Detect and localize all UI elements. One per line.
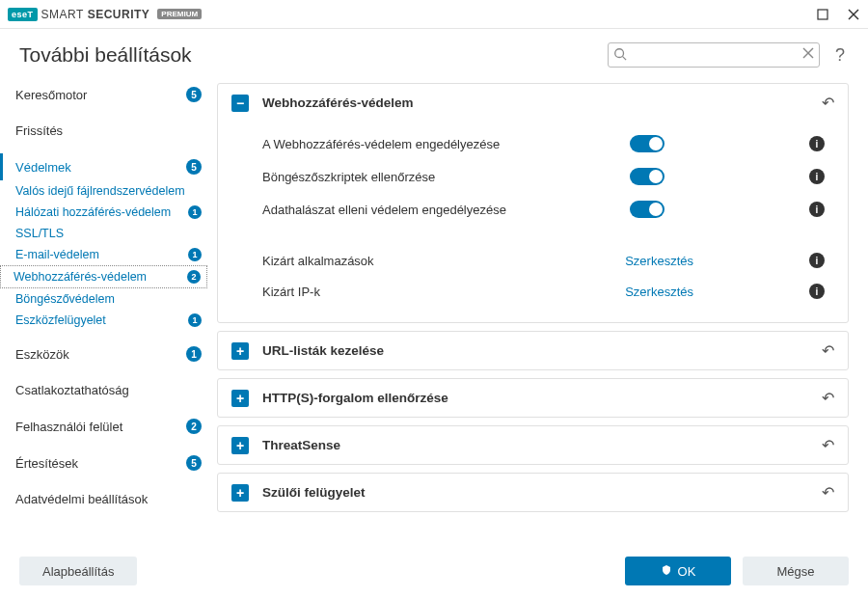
setting-row: Kizárt IP-k Szerkesztés i: [262, 276, 825, 307]
count-badge: 5: [186, 87, 202, 102]
ok-button[interactable]: OK: [625, 557, 731, 585]
sidebar-item-webaccess[interactable]: Webhozzáférés-védelem 2: [0, 265, 207, 288]
setting-row: Kizárt alkalmazások Szerkesztés i: [262, 245, 825, 276]
sidebar-item-label: Webhozzáférés-védelem: [14, 270, 181, 284]
sidebar-item-label: Eszközfelügyelet: [15, 313, 182, 327]
expand-icon: +: [231, 342, 249, 360]
edit-link[interactable]: Szerkesztés: [625, 285, 693, 299]
sidebar-item-label: Eszközök: [15, 347, 180, 362]
toggle-switch[interactable]: [630, 201, 665, 218]
panel-title: Webhozzáférés-védelem: [262, 95, 822, 110]
svg-point-3: [615, 49, 624, 58]
info-icon[interactable]: i: [809, 169, 825, 184]
sidebar-item-ui[interactable]: Felhasználói felület 2: [0, 413, 207, 440]
expand-icon: +: [231, 437, 249, 454]
sidebar-item-label: SSL/TLS: [15, 227, 202, 240]
search-input[interactable]: [608, 42, 820, 68]
sidebar-item-label: Keresőmotor: [15, 88, 180, 102]
search-box: [608, 42, 820, 68]
info-icon[interactable]: i: [809, 284, 825, 299]
cancel-button[interactable]: Mégse: [743, 557, 849, 585]
setting-label: A Webhozzáférés-védelem engedélyezése: [262, 137, 630, 151]
count-badge: 1: [188, 205, 202, 219]
panel-title: ThreatSense: [262, 438, 822, 452]
logo-badge: eseT: [8, 8, 38, 21]
titlebar: eseT SMART SECURITY PREMIUM: [0, 0, 868, 29]
count-badge: 1: [188, 313, 202, 327]
sidebar-item-network[interactable]: Hálózati hozzáférés-védelem 1: [0, 202, 207, 223]
svg-line-4: [623, 57, 627, 61]
undo-icon[interactable]: ↶: [822, 94, 834, 112]
setting-row: Adathalászat elleni védelem engedélyezés…: [262, 193, 825, 226]
toggle-switch[interactable]: [630, 135, 665, 152]
sidebar-item-update[interactable]: Frissítés: [0, 118, 207, 144]
toggle-switch[interactable]: [630, 168, 665, 185]
info-icon[interactable]: i: [809, 136, 825, 151]
sidebar-item-engine[interactable]: Keresőmotor 5: [0, 81, 207, 108]
maximize-icon[interactable]: [816, 8, 829, 21]
undo-icon[interactable]: ↶: [822, 483, 834, 502]
expand-icon: +: [231, 484, 249, 502]
ok-label: OK: [678, 564, 696, 579]
panel-header[interactable]: − Webhozzáférés-védelem ↶: [218, 84, 848, 122]
setting-row: A Webhozzáférés-védelem engedélyezése i: [262, 127, 825, 160]
content: − Webhozzáférés-védelem ↶ A Webhozzáféré…: [207, 77, 868, 579]
count-badge: 1: [186, 346, 202, 362]
search-icon: [613, 47, 627, 64]
default-button[interactable]: Alapbeállítás: [19, 557, 137, 585]
undo-icon[interactable]: ↶: [822, 389, 834, 407]
spacer: [262, 226, 825, 245]
sidebar-item-label: Böngészővédelem: [15, 292, 202, 306]
sidebar-item-email[interactable]: E-mail-védelem 1: [0, 244, 207, 265]
sidebar: Keresőmotor 5 Frissítés Védelmek 5 Valós…: [0, 77, 207, 579]
sidebar-item-notifications[interactable]: Értesítések 5: [0, 449, 207, 476]
sidebar-item-realtime[interactable]: Valós idejű fájlrendszervédelem: [0, 180, 207, 202]
setting-label: Adathalászat elleni védelem engedélyezés…: [262, 203, 630, 217]
undo-icon[interactable]: ↶: [822, 341, 834, 360]
sidebar-item-label: Csatlakoztathatóság: [15, 383, 202, 397]
svg-rect-0: [818, 10, 827, 19]
sidebar-item-protections[interactable]: Védelmek 5: [0, 153, 207, 180]
info-icon[interactable]: i: [809, 202, 825, 217]
collapse-icon: −: [231, 95, 249, 112]
sidebar-item-label: Hálózati hozzáférés-védelem: [15, 205, 182, 219]
sidebar-item-label: Valós idejű fájlrendszervédelem: [15, 184, 202, 198]
count-badge: 2: [187, 270, 201, 284]
help-button[interactable]: ?: [831, 45, 849, 66]
panel-https: + HTTP(S)-forgalom ellenőrzése ↶: [217, 378, 849, 418]
sidebar-item-connectivity[interactable]: Csatlakoztathatóság: [0, 377, 207, 403]
count-badge: 5: [186, 455, 202, 471]
sidebar-item-browser[interactable]: Böngészővédelem: [0, 288, 207, 310]
panel-title: HTTP(S)-forgalom ellenőrzése: [262, 391, 822, 405]
logo-text: SMART SECURITY: [41, 8, 150, 21]
panel-header[interactable]: + HTTP(S)-forgalom ellenőrzése ↶: [218, 379, 848, 417]
clear-search-icon[interactable]: [802, 47, 814, 62]
panel-parental: + Szülői felügyelet ↶: [217, 473, 849, 512]
panel-header[interactable]: + URL-listák kezelése ↶: [218, 332, 848, 369]
header: További beállítások ?: [0, 29, 868, 77]
page-title: További beállítások: [19, 43, 596, 67]
panel-threatsense: + ThreatSense ↶: [217, 425, 849, 465]
sidebar-item-device[interactable]: Eszközfelügyelet 1: [0, 310, 207, 331]
setting-label: Kizárt IP-k: [262, 285, 625, 299]
sidebar-item-label: Védelmek: [15, 160, 180, 175]
undo-icon[interactable]: ↶: [822, 436, 834, 454]
info-icon[interactable]: i: [809, 253, 825, 268]
footer: Alapbeállítás OK Mégse: [0, 544, 868, 598]
sidebar-item-ssl[interactable]: SSL/TLS: [0, 223, 207, 244]
count-badge: 5: [186, 159, 202, 175]
sidebar-item-privacy[interactable]: Adatvédelmi beállítások: [0, 486, 207, 512]
panel-title: Szülői felügyelet: [262, 485, 822, 500]
close-icon[interactable]: [847, 8, 860, 21]
sidebar-item-label: Értesítések: [15, 456, 180, 471]
panel-header[interactable]: + ThreatSense ↶: [218, 426, 848, 464]
sidebar-item-tools[interactable]: Eszközök 1: [0, 340, 207, 367]
shield-icon: [661, 564, 672, 579]
count-badge: 1: [188, 248, 202, 261]
panel-header[interactable]: + Szülői felügyelet ↶: [218, 474, 848, 511]
sidebar-item-label: Adatvédelmi beállítások: [15, 492, 202, 506]
panel-webaccess: − Webhozzáférés-védelem ↶ A Webhozzáféré…: [217, 83, 849, 323]
setting-label: Kizárt alkalmazások: [262, 254, 625, 268]
edit-link[interactable]: Szerkesztés: [625, 254, 693, 268]
setting-label: Böngészőszkriptek ellenőrzése: [262, 170, 630, 184]
